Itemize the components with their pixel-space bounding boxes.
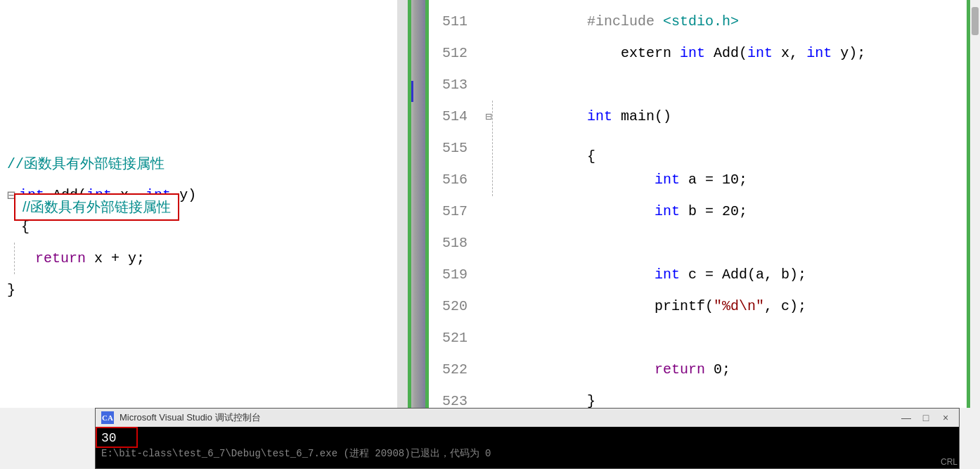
scroll-thumb[interactable] — [972, 7, 979, 35]
right-green-bar — [967, 0, 970, 408]
console-titlebar: CA Microsoft Visual Studio 调试控制台 — □ × — [96, 409, 959, 427]
console-icon-label: CA — [102, 413, 113, 422]
code-line-520: 520 printf("%d\n", c); — [429, 290, 980, 322]
center-divider — [408, 0, 429, 408]
line-num-522: 522 — [429, 361, 482, 378]
fold-514[interactable]: ⊟ — [482, 110, 496, 124]
console-close-button[interactable]: × — [938, 411, 953, 424]
left-line-1: //函数具有外部链接属性 — [0, 148, 407, 179]
console-left-highlight — [96, 427, 138, 448]
console-body: 30 E:\bit-class\test_6_7\Debug\test_6_7.… — [96, 427, 959, 468]
line-num-516: 516 — [429, 172, 482, 188]
line-num-517: 517 — [429, 203, 482, 219]
line-num-512: 512 — [429, 45, 482, 61]
left-scrollbar[interactable] — [397, 0, 407, 408]
crl-indicator: CRL — [941, 457, 958, 467]
right-code-pane: 511 #include <stdio.h> 512 extern int Ad… — [429, 0, 980, 408]
console-minimize-button[interactable]: — — [898, 411, 914, 424]
console-window: CA Microsoft Visual Studio 调试控制台 — □ × 3… — [95, 408, 960, 469]
blue-cursor-line — [411, 81, 413, 102]
console-output-number: 30 — [101, 430, 953, 447]
line-num-513: 513 — [429, 77, 482, 93]
code-line-517: 517 int b = 20; — [429, 195, 980, 227]
line-num-511: 511 — [429, 13, 482, 30]
left-return-kw: return — [35, 250, 86, 266]
line-num-521: 521 — [429, 330, 482, 346]
left-line-5: return x + y; — [0, 243, 407, 274]
green-bar-left — [408, 0, 411, 408]
line-num-515: 515 — [429, 140, 482, 156]
line-num-519: 519 — [429, 266, 482, 283]
console-output-area: 30 E:\bit-class\test_6_7\Debug\test_6_7.… — [101, 430, 953, 460]
console-app-icon: CA — [101, 411, 114, 424]
code-523: } — [496, 377, 595, 408]
annotation-box: //函数具有外部链接属性 — [14, 193, 179, 221]
left-code-pane: //函数具有外部链接属性 //函数具有外部链接属性 ⊟ int Add( int… — [0, 0, 408, 408]
line-num-520: 520 — [429, 298, 482, 314]
left-line-6: } — [0, 274, 407, 306]
line-num-518: 518 — [429, 235, 482, 251]
annotation-text: //函数具有外部链接属性 — [22, 199, 171, 214]
console-restore-button[interactable]: □ — [918, 411, 934, 424]
left-brace-open: { — [21, 219, 30, 235]
editor-container: //函数具有外部链接属性 //函数具有外部链接属性 ⊟ int Add( int… — [0, 0, 980, 408]
console-controls: — □ × — [898, 411, 953, 424]
right-scrollbar[interactable] — [970, 0, 980, 408]
console-title-left: CA Microsoft Visual Studio 调试控制台 — [101, 411, 261, 424]
left-comment-line: //函数具有外部链接属性 — [7, 154, 165, 173]
console-output-path: E:\bit-class\test_6_7\Debug\test_6_7.exe… — [101, 448, 491, 459]
code-area: 511 #include <stdio.h> 512 extern int Ad… — [429, 0, 980, 408]
line-num-514: 514 — [429, 108, 482, 124]
code-line-512: 512 extern int Add(int x, int y); — [429, 37, 980, 69]
console-title-text: Microsoft Visual Studio 调试控制台 — [120, 411, 261, 424]
left-return-body: x + y; — [86, 250, 145, 266]
left-brace-close: } — [7, 282, 15, 298]
line-num-523: 523 — [429, 393, 482, 408]
code-line-523: 523 } — [429, 385, 980, 408]
